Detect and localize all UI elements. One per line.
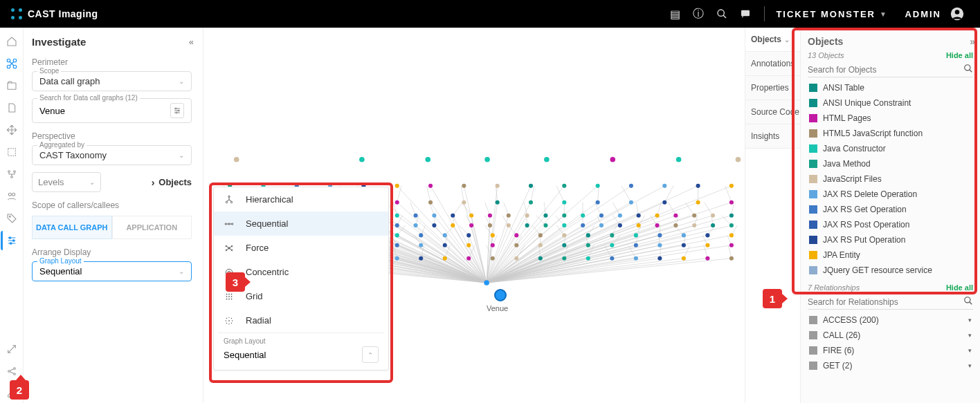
popup-gl-input[interactable]: [224, 350, 358, 360]
svg-point-348: [428, 200, 433, 205]
swatch-icon: [809, 346, 817, 355]
svg-point-477: [682, 256, 686, 261]
object-type-item[interactable]: JAX RS Put Operation: [808, 232, 973, 247]
filter-icon[interactable]: [170, 103, 184, 118]
callout-1: 1: [763, 289, 782, 308]
svg-point-410: [673, 223, 678, 227]
svg-point-398: [451, 223, 455, 227]
svg-point-324: [676, 157, 682, 162]
group-icon[interactable]: [2, 187, 21, 206]
folder-icon[interactable]: [2, 76, 21, 95]
object-type-item[interactable]: ANSI Unique Constraint: [808, 95, 973, 111]
hierarchical-icon: [224, 195, 235, 205]
svg-point-18: [12, 240, 15, 242]
levels-select[interactable]: Levels ⌄: [32, 172, 101, 192]
svg-point-22: [13, 373, 15, 375]
avatar-icon[interactable]: [945, 2, 969, 26]
left-panel: Investigate« Perimeter Scope Data call g…: [24, 28, 203, 403]
objects-search-input[interactable]: [808, 65, 963, 75]
chevron-down-icon: ▾: [968, 317, 972, 324]
expand-right-icon[interactable]: »: [970, 36, 973, 47]
collapse-menu-button[interactable]: ⌄: [362, 346, 379, 363]
file-icon[interactable]: [2, 98, 21, 118]
swatch-icon: [809, 331, 817, 339]
chat-icon[interactable]: [734, 2, 757, 26]
svg-point-511: [232, 320, 233, 321]
tag-icon[interactable]: [2, 209, 21, 228]
svg-point-353: [596, 200, 600, 205]
chevron-down-icon[interactable]: ▼: [880, 10, 887, 18]
relationship-item[interactable]: FIRE (6)▾: [808, 343, 973, 358]
svg-point-473: [586, 256, 590, 261]
svg-point-401: [507, 223, 511, 227]
object-type-item[interactable]: JavaScript Files: [808, 171, 973, 187]
layout-option-hierarchical[interactable]: Hierarchical: [214, 187, 388, 212]
select-icon[interactable]: [2, 142, 21, 162]
chevron-down-icon: ▾: [968, 332, 972, 339]
svg-rect-10: [8, 149, 15, 156]
layout-option-force[interactable]: Force: [214, 236, 388, 260]
relationships-count: 7 Relationships: [808, 283, 860, 292]
graph-layout-input[interactable]: [39, 266, 179, 277]
collapse-icon[interactable]: «: [189, 37, 192, 47]
relationship-item[interactable]: ACCESS (200)▾: [808, 312, 973, 328]
svg-point-474: [610, 256, 614, 261]
branch-icon[interactable]: [2, 165, 21, 184]
svg-point-380: [637, 214, 641, 218]
swatch-icon: [809, 316, 817, 324]
home-icon[interactable]: [2, 32, 21, 51]
sliders-icon[interactable]: [1, 231, 20, 250]
object-type-label: JAX RS Put Operation: [823, 235, 905, 245]
svg-line-184: [487, 225, 732, 283]
object-type-item[interactable]: Java Constructor: [808, 141, 973, 156]
object-type-item[interactable]: HTML Pages: [808, 111, 973, 126]
svg-point-399: [469, 223, 473, 227]
move-icon[interactable]: [2, 120, 21, 140]
object-type-item[interactable]: JAX RS Delete Operation: [808, 187, 973, 202]
search-icon[interactable]: [963, 64, 973, 75]
expand-icon[interactable]: [2, 339, 21, 359]
tab-source-code[interactable]: Source Code: [745, 100, 800, 124]
object-type-item[interactable]: JAX RS Post Operation: [808, 217, 973, 232]
graph-layout-toplabel: Graph Layout: [37, 257, 84, 265]
chevron-down-icon: ⌄: [179, 77, 184, 85]
object-type-item[interactable]: ANSI Table: [808, 80, 973, 95]
object-type-item[interactable]: JPA Entity: [808, 247, 973, 263]
center-node[interactable]: [494, 289, 507, 301]
relationship-item[interactable]: GET (2)▾: [808, 358, 973, 373]
object-type-item[interactable]: Java Method: [808, 156, 973, 171]
svg-point-369: [432, 214, 436, 218]
layout-option-radial[interactable]: Radial: [214, 308, 388, 332]
tab-insights[interactable]: Insights: [745, 124, 800, 149]
search-input-box[interactable]: [32, 98, 192, 123]
objects-link[interactable]: ›Objects: [101, 172, 192, 192]
object-type-item[interactable]: JQuery GET resource service: [808, 263, 973, 278]
svg-point-429: [586, 233, 590, 237]
svg-point-451: [586, 243, 590, 247]
search-icon[interactable]: [963, 296, 973, 308]
tab-application[interactable]: APPLICATION: [112, 216, 192, 239]
objects-title: Objects: [808, 36, 843, 47]
layout-option-sequential[interactable]: Sequential: [214, 212, 388, 236]
object-type-item[interactable]: JAX RS Get Operation: [808, 202, 973, 217]
hide-all-link[interactable]: Hide all: [946, 51, 973, 59]
relationships-search-input[interactable]: [808, 297, 963, 307]
swatch-icon: [809, 205, 817, 214]
info-icon[interactable]: ⓘ: [687, 2, 710, 26]
search-input[interactable]: [39, 106, 166, 116]
docs-icon[interactable]: ▤: [663, 2, 687, 26]
context-label[interactable]: TICKET MONSTER: [776, 9, 875, 19]
svg-point-432: [657, 233, 662, 237]
object-type-item[interactable]: HTML5 JavaScript function: [808, 126, 973, 141]
tab-annotations[interactable]: Annotations: [745, 52, 800, 76]
search-icon[interactable]: [710, 2, 734, 26]
relationship-item[interactable]: CALL (26)▾: [808, 328, 973, 343]
perspective-label: Perspective: [32, 131, 192, 141]
tab-objects[interactable]: Objects⌄: [745, 28, 800, 52]
right-tabs: Objects⌄ Annotations Properties Source C…: [745, 28, 800, 403]
tab-properties[interactable]: Properties: [745, 76, 800, 100]
hide-all-rel-link[interactable]: Hide all: [946, 283, 973, 292]
tab-data-call-graph[interactable]: DATA CALL GRAPH: [32, 216, 112, 239]
user-label[interactable]: ADMIN: [905, 9, 941, 19]
investigate-icon[interactable]: [2, 54, 21, 73]
